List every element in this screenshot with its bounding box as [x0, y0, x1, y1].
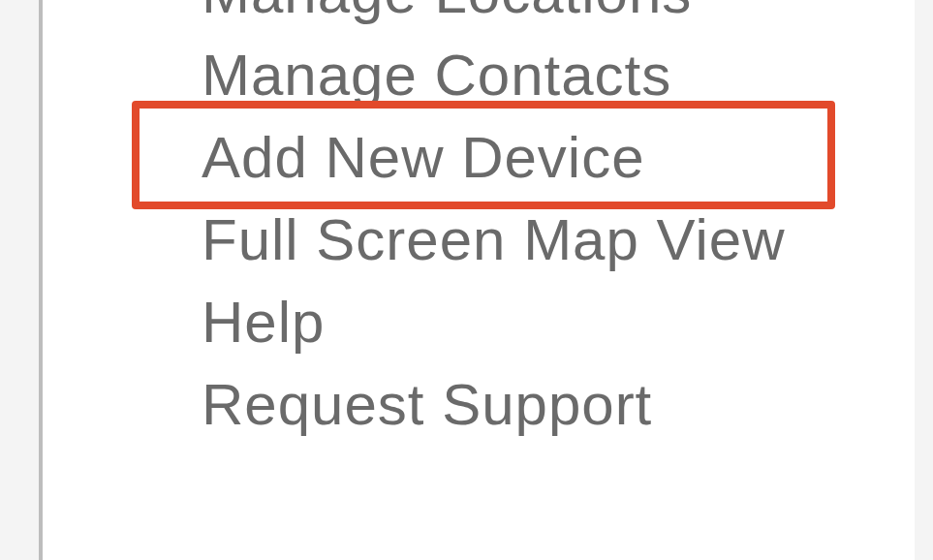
- menu-item-help[interactable]: Help: [194, 281, 930, 363]
- menu-item-manage-locations[interactable]: Manage Locations: [194, 0, 930, 34]
- menu-item-manage-contacts[interactable]: Manage Contacts: [194, 34, 930, 116]
- menu-item-add-new-device[interactable]: Add New Device: [194, 116, 930, 199]
- menu-item-full-screen-map[interactable]: Full Screen Map View: [194, 199, 930, 281]
- main-menu: Manage Locations Manage Contacts Add New…: [194, 0, 930, 446]
- screenshot-root: Manage Locations Manage Contacts Add New…: [0, 0, 933, 560]
- menu-item-request-support[interactable]: Request Support: [194, 363, 930, 446]
